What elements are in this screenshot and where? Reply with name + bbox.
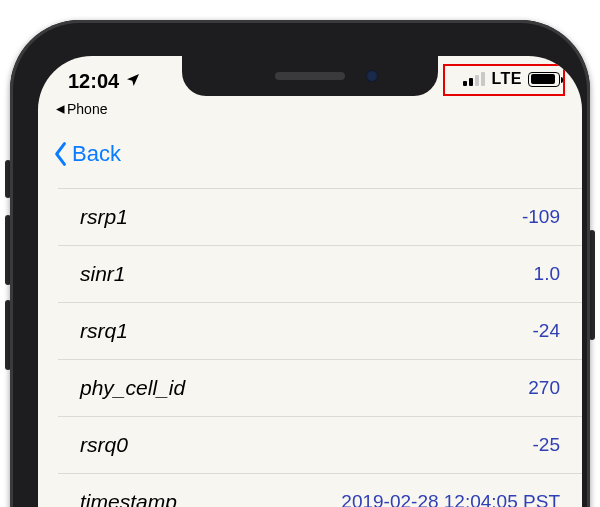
back-button[interactable]: Back: [52, 141, 121, 167]
item-label: rsrq0: [80, 433, 128, 457]
breadcrumb[interactable]: ◂ Phone: [56, 100, 107, 117]
item-value: -24: [533, 320, 560, 342]
item-value: 270: [528, 377, 560, 399]
item-value: 1.0: [534, 263, 560, 285]
item-label: rsrp1: [80, 205, 128, 229]
item-label: sinr1: [80, 262, 126, 286]
item-value: 2019-02-28 12:04:05 PST: [341, 491, 560, 507]
list-item: rsrp1 -109: [58, 188, 582, 245]
list-item: phy_cell_id 270: [58, 359, 582, 416]
list-item: rsrq1 -24: [58, 302, 582, 359]
item-value: -109: [522, 206, 560, 228]
signal-bars-icon: [463, 72, 485, 86]
data-list: rsrp1 -109 sinr1 1.0 rsrq1 -24 phy_cell_…: [38, 188, 582, 507]
battery-icon: [528, 72, 560, 87]
list-item: rsrq0 -25: [58, 416, 582, 473]
list-item: sinr1 1.0: [58, 245, 582, 302]
network-label: LTE: [491, 70, 522, 88]
screen: 12:04 ◂ Phone LTE: [38, 56, 582, 507]
speaker-grille: [275, 72, 345, 80]
item-value: -25: [533, 434, 560, 456]
nav-bar: Back: [38, 126, 582, 182]
list-item: timestamp 2019-02-28 12:04:05 PST: [58, 473, 582, 507]
chevron-left-icon: ◂: [56, 100, 65, 117]
phone-frame: 12:04 ◂ Phone LTE: [10, 20, 590, 507]
item-label: phy_cell_id: [80, 376, 185, 400]
device-notch: [182, 56, 438, 96]
breadcrumb-label: Phone: [67, 101, 107, 117]
status-time: 12:04: [68, 70, 119, 93]
item-label: timestamp: [80, 490, 177, 507]
item-label: rsrq1: [80, 319, 128, 343]
front-camera: [366, 70, 378, 82]
back-label: Back: [72, 141, 121, 167]
location-arrow-icon: [125, 70, 141, 93]
chevron-left-icon: [52, 141, 70, 167]
